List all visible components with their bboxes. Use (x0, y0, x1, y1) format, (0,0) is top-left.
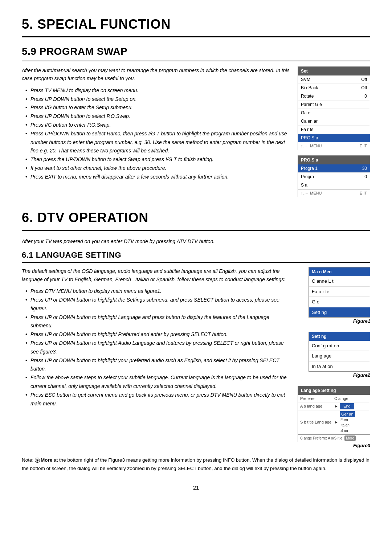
main-menu-box: Ma n Men C anne L tFa o r teG eSett ng (309, 267, 370, 318)
circle-more-icon: ◉ (35, 458, 40, 463)
section59-intro: After the auto/manual search you may wan… (22, 66, 290, 83)
main-menu-item: Sett ng (309, 307, 370, 318)
bullet-item: Press UP DOWN button to select the Setup… (25, 95, 290, 104)
menu1-row: Bi eBackOff (298, 84, 370, 92)
section59-bullets: Press TV MENU to display the on screen m… (22, 86, 290, 181)
main-menu-item: Fa o r te (309, 287, 370, 297)
menu1-row: Fa r te (298, 126, 370, 134)
bullet-item: Then press the UP/DOWN button to select … (25, 155, 290, 164)
menu1-row: Parent G e (298, 101, 370, 109)
section59-title: 5.9 PROGRAM SWAP (22, 44, 370, 61)
lang-menu-footer: C ange Preferre: A o/S Itle More (298, 434, 370, 442)
menu2-row: Progra 130 (298, 164, 370, 173)
figure1-group: Ma n Men C anne L tFa o r teG eSett ng F… (309, 267, 370, 326)
main-menu-item: C anne L t (309, 276, 370, 287)
main-menu-header: Ma n Men (309, 267, 370, 276)
page-number: 21 (22, 484, 370, 492)
figure2-caption: Figure2 (353, 372, 370, 379)
bullet-item: Press UP or DOWN button to highlight Lan… (25, 313, 287, 331)
section59-figures: Set SVMOffBi eBackOffRotate0Parent G eGa… (298, 66, 370, 197)
lang-menu-row: PreferreC a nge (298, 395, 370, 403)
chapter5-title: 5. SPECIAL FUNCTION (22, 15, 370, 37)
setting-menu-header: Sett ng (309, 332, 370, 341)
section61-title: 6.1 LANGUAGE SETTING (22, 249, 370, 263)
lang-menu-row: S b t tle Lang age►Ger anFrenIta anS an (298, 410, 370, 435)
menu1-row: Ga e (298, 109, 370, 117)
menu1-row: SVMOff (298, 75, 370, 84)
chapter6-intro: After your TV was powered on you can ent… (22, 237, 370, 245)
bullet-item: Press UP or DOWN button to highlight Aud… (25, 339, 287, 356)
bullet-item: Press UP or DOWN button to highlight the… (25, 296, 287, 313)
setting-menu-item: Conf g rat on (309, 341, 370, 351)
lang-menu-header: Lang age Sett ng (298, 386, 370, 395)
figure3-group: Lang age Sett ng PreferreC a ngeA b lang… (298, 386, 370, 450)
section61-figures: Ma n Men C anne L tFa o r teG eSett ng F… (294, 267, 370, 450)
bullet-item: Press DTV MENU button to display main me… (25, 287, 287, 296)
figure3-caption: Figure3 (353, 442, 370, 449)
menu1-row: Ca en ar (298, 117, 370, 126)
menu1-row: Rotate0 (298, 92, 370, 101)
lang-menu-box: Lang age Sett ng PreferreC a ngeA b lang… (298, 386, 370, 442)
bullet-item: Press I/G button to enter P.O.Swap. (25, 121, 290, 130)
menu2-row: Progra0 (298, 173, 370, 181)
menu1-box: Set SVMOffBi eBackOffRotate0Parent G eGa… (298, 66, 370, 150)
menu2-header: PRO.S a (298, 156, 370, 164)
bullet-item: Press TV MENU to display the on screen m… (25, 86, 290, 95)
bullet-item: Press UP/DOWN button to select Ramo, the… (25, 130, 290, 155)
figure1-caption: Figure1 (353, 318, 370, 325)
bullet-item: If you want to set other channel, follow… (25, 164, 290, 173)
bullet-item: Press UP or DOWN button to highlight Pre… (25, 330, 287, 339)
menu2-box: PRO.S a Progra 130Progra0S a ↑↓← MENU E … (298, 155, 370, 197)
setting-menu-item: In ta at on (309, 361, 370, 372)
bullet-item: Press UP DOWN button to select P.O.Swap. (25, 112, 290, 121)
lang-menu-row: A b lang age►Eng (298, 402, 370, 410)
bullet-item: Press EXIT to menu, menu will disappear … (25, 173, 290, 181)
bullet-item: Press UP or DOWN button to highlight you… (25, 356, 287, 374)
menu2-row: S a (298, 181, 370, 189)
figure2-group: Sett ng Conf g rat onLang ageIn ta at on… (309, 332, 370, 380)
section61-bullets: Press DTV MENU button to display main me… (22, 287, 287, 408)
setting-menu-item: Lang age (309, 351, 370, 361)
main-menu-item: G e (309, 297, 370, 307)
bullet-item: Press ESC button to quit current menu an… (25, 391, 287, 408)
section61-intro: The default settings of the OSD language… (22, 267, 287, 283)
bullet-item: Follow the above same steps to select yo… (25, 373, 287, 391)
menu1-highlighted-row: PRO.S a (298, 134, 370, 142)
menu1-header: Set (298, 67, 370, 75)
more-button[interactable]: More (344, 436, 356, 441)
chapter6-title: 6. DTV OPERATION (22, 208, 370, 231)
menu1-footer: ↑↓← MENU E IT (298, 142, 370, 150)
setting-menu-box: Sett ng Conf g rat onLang ageIn ta at on (309, 332, 370, 372)
bullet-item: Press I/G button to enter the Setup subm… (25, 103, 290, 112)
note-block: Note: ◉More at the bottom right of the F… (22, 456, 370, 473)
menu2-footer: ↑↓← MENU E IT (298, 189, 370, 197)
